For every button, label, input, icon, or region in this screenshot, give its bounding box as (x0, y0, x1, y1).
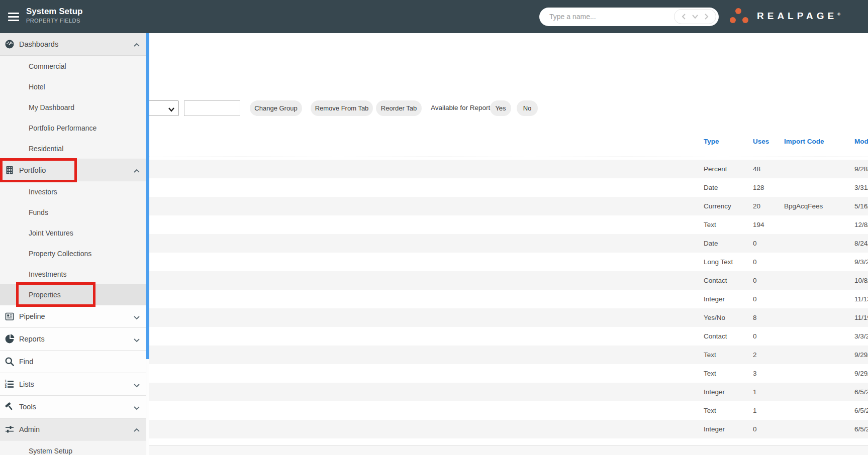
sidebar-item-commercial[interactable]: Commercial (0, 56, 146, 76)
sidebar-item-system-setup[interactable]: System Setup (0, 440, 146, 455)
app-title: System Setup (26, 7, 82, 17)
table-row[interactable]: Integer16/5/2 (149, 383, 868, 401)
search-nav-controls (674, 9, 716, 24)
svg-text:3: 3 (5, 385, 7, 388)
sidebar-item-portfolio[interactable]: Portfolio (0, 159, 146, 181)
realpage-logo: REALPAGE® (757, 11, 840, 22)
sidebar-item-portfolio-performance[interactable]: Portfolio Performance (0, 118, 146, 138)
sidebar-item-label: Dashboards (19, 40, 58, 48)
name-search (539, 8, 719, 26)
column-header-type[interactable]: Type (704, 138, 719, 147)
sidebar-item-properties[interactable]: Properties (0, 284, 146, 305)
sidebar-item-investors[interactable]: Investors (0, 181, 146, 202)
sidebar-scrollbar[interactable] (146, 33, 149, 359)
sidebar-item-label: Portfolio (19, 166, 46, 174)
chevron-right-icon[interactable] (703, 13, 709, 20)
sidebar-item-investments[interactable]: Investments (0, 264, 146, 284)
sliders-icon (4, 424, 15, 435)
table-row[interactable]: Percent489/28/ (149, 160, 868, 178)
table-row[interactable]: Integer06/5/2 (149, 420, 868, 438)
chevron-down-icon[interactable] (133, 313, 141, 319)
table-row[interactable]: Yes/No811/19 (149, 308, 868, 327)
table-row[interactable]: Text39/29/ (149, 364, 868, 383)
pie-chart-icon (4, 333, 15, 345)
sidebar-item-my-dashboard[interactable]: My Dashboard (0, 97, 146, 118)
chevron-down-icon[interactable] (133, 381, 141, 387)
column-header-import-code[interactable]: Import Code (784, 138, 824, 147)
remove-from-tab-button[interactable]: Remove From Tab (311, 100, 373, 116)
table-row[interactable]: Long Text09/3/2 (149, 253, 868, 271)
reports-no-button[interactable]: No (517, 100, 538, 116)
chevron-up-icon[interactable] (133, 426, 141, 432)
table-row[interactable]: Currency20BpgAcqFees5/16/ (149, 197, 868, 215)
chevron-up-icon[interactable] (133, 167, 141, 173)
numbered-list-icon: 1 2 3 (4, 379, 15, 390)
sidebar-item-residential[interactable]: Residential (0, 138, 146, 159)
available-for-reports-label: Available for Reports: (431, 104, 496, 111)
table-row[interactable]: Text19412/8/ (149, 215, 868, 234)
group-select[interactable] (149, 100, 179, 116)
reorder-tab-button[interactable]: Reorder Tab (376, 100, 422, 116)
app-subtitle: PROPERTY FIELDS (26, 18, 80, 24)
newspaper-icon (4, 311, 15, 322)
top-bar: System Setup PROPERTY FIELDS REALPAGE® (0, 0, 868, 33)
sidebar-item-reports[interactable]: Reports (0, 327, 146, 350)
sidebar-item-joint-ventures[interactable]: Joint Ventures (0, 222, 146, 243)
sidebar-nav: Dashboards Commercial Hotel My Dashboard… (0, 33, 146, 455)
sidebar-item-funds[interactable]: Funds (0, 202, 146, 222)
table-row[interactable]: Text16/5/2 (149, 401, 868, 420)
header-divider (149, 157, 868, 157)
magnifier-icon (4, 356, 15, 367)
sidebar-item-lists[interactable]: 1 2 3 Lists (0, 373, 146, 395)
table-row[interactable]: Text29/29/ (149, 346, 868, 364)
sidebar-item-admin[interactable]: Admin (0, 418, 146, 440)
gavel-icon (4, 401, 15, 412)
reports-yes-button[interactable]: Yes (490, 100, 511, 116)
building-icon (4, 165, 15, 176)
table-row[interactable]: Date1283/31/ (149, 178, 868, 197)
name-search-input[interactable] (549, 8, 675, 25)
chevron-left-icon[interactable] (681, 13, 687, 20)
registered-mark: ® (837, 12, 840, 17)
table-row[interactable]: Date08/24/ (149, 234, 868, 253)
hamburger-menu-icon[interactable] (8, 13, 19, 21)
sidebar-item-hotel[interactable]: Hotel (0, 76, 146, 97)
sidebar-item-tools[interactable]: Tools (0, 395, 146, 418)
column-header-modified[interactable]: Modified (854, 138, 868, 147)
sidebar-item-dashboards[interactable]: Dashboards (0, 33, 146, 56)
sidebar-scrollbar-track (146, 359, 149, 455)
sidebar-item-pipeline[interactable]: Pipeline (0, 305, 146, 327)
select-chevron-down-icon (168, 105, 175, 115)
field-name-input[interactable] (184, 100, 240, 116)
chevron-down-icon[interactable] (133, 336, 141, 342)
chevron-down-icon[interactable] (133, 404, 141, 410)
sidebar-item-find[interactable]: Find (0, 350, 146, 373)
dashboard-gauge-icon (4, 39, 15, 50)
realpage-dots-icon (728, 7, 750, 26)
chevron-down-icon[interactable] (692, 13, 699, 20)
sidebar-item-property-collections[interactable]: Property Collections (0, 243, 146, 264)
table-row[interactable]: Integer011/13 (149, 290, 868, 308)
table-footer-strip (149, 445, 868, 455)
table-row[interactable]: Contact010/8/ (149, 271, 868, 290)
change-group-button[interactable]: Change Group (250, 100, 302, 116)
chevron-up-icon[interactable] (133, 41, 141, 47)
main-content: Change Group Remove From Tab Reorder Tab… (149, 33, 868, 455)
column-header-uses[interactable]: Uses (753, 138, 769, 147)
table-row[interactable]: Contact03/3/2 (149, 327, 868, 346)
